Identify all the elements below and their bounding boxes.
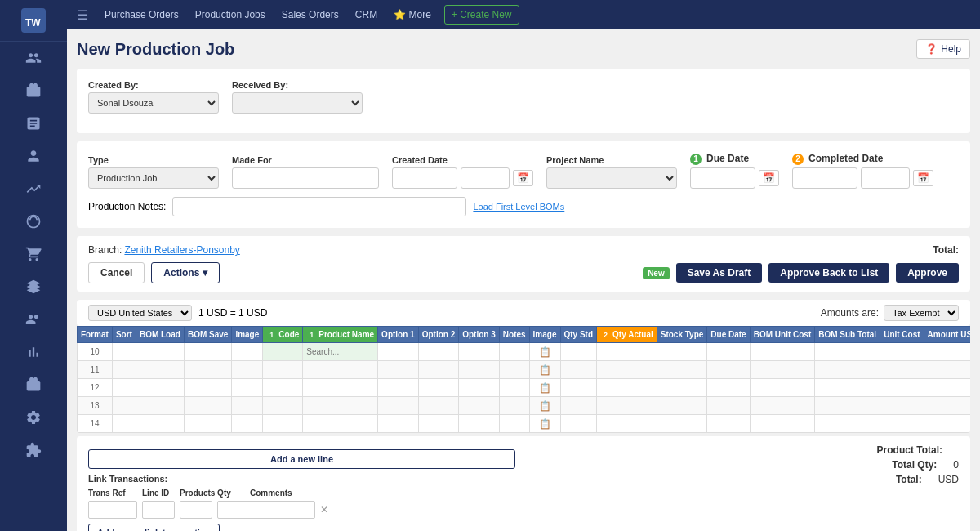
row-unit-cost-cell[interactable] [880,361,924,379]
row-bom-sub-total-cell[interactable] [815,343,880,361]
row-bom-unit-cost-cell[interactable] [750,379,815,397]
branch-link[interactable]: Zenith Retailers-Ponsonby [124,244,239,256]
trans-row-delete-icon[interactable]: ✕ [320,504,328,515]
load-bom-link[interactable]: Load First Level BOMs [473,202,564,212]
trans-ref-input[interactable] [88,501,137,519]
sidebar-icon-briefcase[interactable] [0,368,67,401]
row-option2-cell[interactable] [418,361,459,379]
nav-production-jobs[interactable]: Production Jobs [189,6,272,24]
row-option1-cell[interactable] [378,379,419,397]
row-due-date-cell[interactable] [707,397,750,415]
sidebar-icon-chart[interactable] [0,172,67,205]
project-name-select[interactable] [546,167,677,189]
trans-line-id-input[interactable] [142,501,175,519]
made-for-input[interactable]: Zenith Main Branch [232,167,379,189]
save-as-draft-button[interactable]: Save As Draft [676,263,763,283]
row-code-cell[interactable] [263,397,303,415]
sidebar-icon-list[interactable] [0,107,67,140]
created-time-input[interactable]: 2:04 PM [461,167,510,189]
row-stock-type-cell[interactable] [657,361,707,379]
sidebar-icon-settings[interactable] [0,401,67,434]
row-option1-cell[interactable] [378,361,419,379]
completed-date-input[interactable] [792,167,858,189]
row-option3-cell[interactable] [459,343,500,361]
row-image2-cell[interactable]: 📋 [529,361,560,379]
row-amount-usd-cell[interactable] [924,397,970,415]
nav-create-new[interactable]: + Create New [444,5,519,25]
nav-crm[interactable]: CRM [349,6,384,24]
sidebar-icon-puzzle[interactable] [0,434,67,466]
product-search-input[interactable] [306,347,368,356]
sidebar-icon-box[interactable] [0,74,67,107]
row-image2-cell[interactable]: 📋 [529,415,560,433]
row-stock-type-cell[interactable] [657,415,707,433]
row-unit-cost-cell[interactable] [880,379,924,397]
row-image2-cell[interactable]: 📋 [529,343,560,361]
row-stock-type-cell[interactable] [657,379,707,397]
trans-products-qty-input[interactable] [180,501,212,519]
row-qty-std-cell[interactable] [560,343,597,361]
cancel-button[interactable]: Cancel [88,262,145,283]
row-qty-std-cell[interactable] [560,397,597,415]
add-new-line-button[interactable]: Add a new line [88,449,515,469]
row-stock-type-cell[interactable] [657,397,707,415]
type-select[interactable]: Production Job [88,167,219,189]
sidebar-icon-team[interactable] [0,303,67,336]
received-by-select[interactable] [232,92,363,114]
sidebar-icon-layers[interactable] [0,270,67,303]
row-amount-usd-cell[interactable] [924,415,970,433]
sidebar-icon-users[interactable] [0,42,67,74]
row-qty-actual-cell[interactable] [597,379,657,397]
row-product-name-cell[interactable] [303,415,378,433]
row-code-cell[interactable] [263,415,303,433]
row-amount-usd-cell[interactable] [924,361,970,379]
amounts-are-select[interactable]: Tax Exempt [884,305,959,321]
row-product-name-cell[interactable] [303,343,378,361]
row-unit-cost-cell[interactable] [880,343,924,361]
row-code-cell[interactable] [263,361,303,379]
row-qty-actual-cell[interactable] [597,343,657,361]
row-code-cell[interactable] [263,343,303,361]
row-option1-cell[interactable] [378,415,419,433]
row-option2-cell[interactable] [418,415,459,433]
row-bom-unit-cost-cell[interactable] [750,415,815,433]
row-bom-sub-total-cell[interactable] [815,397,880,415]
row-stock-type-cell[interactable] [657,343,707,361]
row-code-cell[interactable] [263,379,303,397]
row-product-name-cell[interactable] [303,379,378,397]
completed-date-calendar-icon[interactable]: 📅 [913,170,933,186]
row-option3-cell[interactable] [459,379,500,397]
row-amount-usd-cell[interactable] [924,379,970,397]
row-qty-actual-cell[interactable] [597,415,657,433]
row-option3-cell[interactable] [459,415,500,433]
row-option3-cell[interactable] [459,397,500,415]
row-notes-cell[interactable] [499,415,529,433]
help-button[interactable]: ❓ Help [916,39,970,59]
row-option2-cell[interactable] [418,343,459,361]
row-image2-cell[interactable]: 📋 [529,379,560,397]
row-due-date-cell[interactable] [707,343,750,361]
row-bom-unit-cost-cell[interactable] [750,397,815,415]
hamburger-icon[interactable]: ☰ [77,7,88,23]
row-product-name-cell[interactable] [303,397,378,415]
row-option2-cell[interactable] [418,397,459,415]
row-due-date-cell[interactable] [707,379,750,397]
row-option2-cell[interactable] [418,379,459,397]
completed-time-input[interactable] [861,167,910,189]
sidebar-icon-person[interactable] [0,140,67,172]
row-due-date-cell[interactable] [707,361,750,379]
sidebar-icon-bar-chart[interactable] [0,336,67,368]
production-notes-input[interactable] [172,197,466,216]
approve-back-to-list-button[interactable]: Approve Back to List [768,263,889,283]
row-unit-cost-cell[interactable] [880,415,924,433]
approve-button[interactable]: Approve [896,263,959,283]
due-date-input[interactable] [690,167,755,189]
row-due-date-cell[interactable] [707,415,750,433]
row-qty-std-cell[interactable] [560,379,597,397]
row-option1-cell[interactable] [378,397,419,415]
row-unit-cost-cell[interactable] [880,397,924,415]
row-notes-cell[interactable] [499,397,529,415]
nav-more[interactable]: ⭐ More [387,6,438,24]
row-qty-std-cell[interactable] [560,415,597,433]
row-bom-sub-total-cell[interactable] [815,415,880,433]
